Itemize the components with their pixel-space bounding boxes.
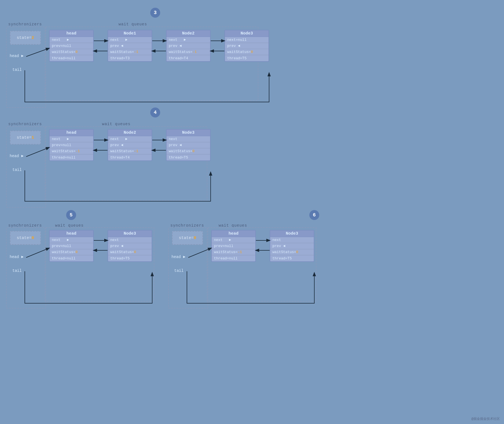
node1-3-prev: prev ◄ [108, 43, 152, 49]
node-head-4-prev: prev=null [50, 142, 93, 148]
tail-label-6: tail [174, 269, 184, 273]
node3-4-thread: thread=T5 [167, 154, 210, 160]
node-head-3: head next ► prev=null waitStatus=0 threa… [49, 30, 94, 62]
state-box-5: state=0 [10, 231, 41, 245]
node2-4-prev: prev ◄ [108, 142, 152, 148]
node-head-5: head next ► prev=null waitStatus=0 threa… [49, 230, 94, 262]
node3-5-ws: waitStatus=0 [108, 249, 152, 255]
wq-label-4: wait queues [102, 122, 130, 126]
node3-6-ws: waitStatus=0 [270, 249, 314, 255]
node3-4-ws: waitStatus=0 [167, 148, 210, 154]
head-label-3: head ► [10, 54, 23, 58]
node-head-6-prev: prev=null [212, 243, 255, 249]
node3-3-ws: waitStatus=0 [225, 49, 269, 55]
node-head-6-header: head [212, 230, 255, 237]
node3-6-thread: thread=T5 [270, 255, 314, 261]
node3-4-next: next [167, 136, 210, 142]
node-head-5-next: next ► [50, 237, 93, 243]
node-head-6-thread: thread=null [212, 255, 255, 261]
node-head-6: head next ► prev=null waitStatus=-1 thre… [211, 230, 256, 262]
sync-label-4: synchronizers [8, 122, 42, 126]
node3-3-next: next=null [225, 37, 269, 43]
step-6-badge: 6 [309, 210, 319, 220]
node-head-4-header: head [50, 130, 93, 136]
node3-6-next: next [270, 237, 314, 243]
diagram-container: 3 synchronizers wait queues state=2 head… [0, 0, 504, 424]
node3-3-thread: thread=T5 [225, 55, 269, 61]
head-label-6: head ► [171, 255, 185, 259]
tail-label-4: tail [12, 168, 22, 172]
node2-3-ws: waitStatus=-1 [167, 49, 210, 55]
node1-3: Node1 next ► prev ◄ waitStatus=-1 thread… [108, 30, 152, 62]
node-head-6-next: next ► [212, 237, 255, 243]
node1-3-next: next ► [108, 37, 152, 43]
node3-5-header: Node3 [108, 230, 152, 237]
node2-3-header: Node2 [167, 30, 210, 37]
node-head-5-ws: waitStatus=0 [50, 249, 93, 255]
node2-4-ws: waitStatus=-1 [108, 148, 152, 154]
node3-4-prev: prev ◄ [167, 142, 210, 148]
node-head-4-next: next ► [50, 136, 93, 142]
head-label-5: head ► [10, 255, 23, 259]
step-5-badge: 5 [66, 210, 76, 220]
state-label-5: state=0 [17, 236, 34, 240]
node3-3: Node3 next=null prev ◄ waitStatus=0 thre… [224, 30, 269, 62]
node3-4-header: Node3 [167, 130, 210, 136]
node3-4: Node3 next prev ◄ waitStatus=0 thread=T5 [166, 129, 211, 161]
node2-4: Node2 next ► prev ◄ waitStatus=-1 thread… [108, 129, 152, 161]
node1-3-thread: thread=T3 [108, 55, 152, 61]
node2-3-thread: thread=T4 [167, 55, 210, 61]
node-head-5-thread: thread=null [50, 255, 93, 261]
state-box-6: state=0 [172, 231, 203, 245]
state-box-3: state=2 [10, 31, 41, 45]
node-head-4: head next ► prev=null waitStatus=-1 thre… [49, 129, 94, 161]
node3-3-prev: prev ◄ [225, 43, 269, 49]
node3-6-header: Node3 [270, 230, 314, 237]
node2-3: Node2 next ► prev ◄ waitStatus=-1 thread… [166, 30, 211, 62]
node-head-3-thread: thread=null [50, 55, 93, 61]
node-head-5-header: head [50, 230, 93, 237]
node3-5-prev: prev ◄ [108, 243, 152, 249]
tail-label-5: tail [12, 269, 22, 273]
state-label-4: state=1 [17, 135, 34, 140]
node2-3-next: next ► [167, 37, 210, 43]
state-label-6: state=0 [179, 236, 196, 240]
node2-4-next: next ► [108, 136, 152, 142]
node2-3-prev: prev ◄ [167, 43, 210, 49]
node3-5-next: next [108, 237, 152, 243]
sync-label-3: synchronizers [8, 22, 42, 26]
node1-3-ws: waitStatus=-1 [108, 49, 152, 55]
node-head-3-prev: prev=null [50, 43, 93, 49]
node-head-3-next: next ► [50, 37, 93, 43]
node-head-3-header: head [50, 30, 93, 37]
node-head-6-ws: waitStatus=-1 [212, 249, 255, 255]
tail-label-3: tail [12, 68, 22, 72]
node3-3-header: Node3 [225, 30, 269, 37]
node3-5: Node3 next prev ◄ waitStatus=0 thread=T5 [108, 230, 152, 262]
node-head-3-ws: waitStatus=0 [50, 49, 93, 55]
node3-6: Node3 next prev ◄ waitStatus=0 thread=T5 [270, 230, 314, 262]
node3-5-thread: thread=T5 [108, 255, 152, 261]
node3-6-prev: prev ◄ [270, 243, 314, 249]
node2-4-header: Node2 [108, 130, 152, 136]
state-label-3: state=2 [17, 36, 34, 40]
watermark: @掘金掘金技术社区 [471, 417, 500, 421]
wq-label-3: wait queues [119, 22, 147, 26]
node1-3-header: Node1 [108, 30, 152, 37]
node2-4-thread: thread=T4 [108, 154, 152, 160]
node-head-4-thread: thread=null [50, 154, 93, 160]
head-label-4: head ► [10, 154, 23, 158]
state-box-4: state=1 [10, 131, 41, 144]
step-4-badge: 4 [150, 108, 160, 117]
node-head-5-prev: prev=null [50, 243, 93, 249]
node-head-4-ws: waitStatus=-1 [50, 148, 93, 154]
step-3-badge: 3 [150, 8, 160, 18]
